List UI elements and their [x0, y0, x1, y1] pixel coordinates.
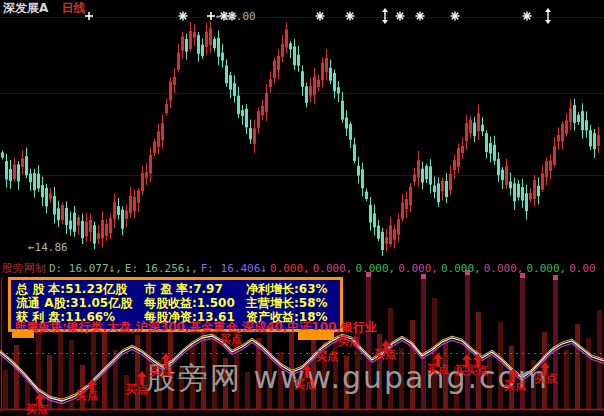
candle-body — [193, 32, 196, 38]
candle-body — [361, 169, 364, 188]
buy-point-label: 买点 — [427, 364, 449, 375]
candle-body — [477, 113, 480, 131]
candle-body — [213, 39, 216, 48]
candle-body — [417, 160, 420, 178]
candle-body — [9, 169, 12, 181]
star-marker — [523, 12, 532, 21]
candle-body — [145, 172, 148, 178]
candle-body — [205, 32, 208, 47]
volume-bar — [575, 324, 580, 410]
candle-body — [489, 143, 492, 153]
candle-body — [461, 146, 464, 153]
buy-point-label: 买点 — [504, 380, 526, 391]
candle-body — [61, 205, 64, 220]
stock-name: 深发展A — [3, 1, 48, 15]
candle-body — [445, 181, 448, 197]
low-price-label: ←14.86 — [28, 241, 68, 254]
candle-body — [69, 221, 72, 230]
candle-body — [533, 180, 536, 199]
buy-point-label: 买点 — [316, 351, 338, 362]
volume-bar — [586, 338, 591, 410]
candle-body — [189, 31, 192, 49]
candle-body — [5, 161, 8, 180]
candle-body — [65, 208, 68, 225]
candle-body — [545, 161, 548, 177]
candle-body — [125, 211, 128, 219]
candle-body — [77, 217, 80, 225]
candle-body — [449, 174, 452, 190]
indicator-value: 0.000, — [355, 262, 395, 275]
float-a-shares: 流通 A股:31.05亿股 — [16, 296, 144, 310]
indicator-value: 0.000, — [398, 262, 438, 275]
candlestick-chart-canvas[interactable] — [0, 0, 604, 416]
buy-point-label: 买点 — [76, 390, 98, 401]
candle-body — [529, 193, 532, 200]
candle-body — [121, 210, 124, 229]
candle-body — [409, 186, 412, 205]
candle-body — [341, 101, 344, 120]
candle-body — [45, 188, 48, 206]
candle-body — [553, 146, 556, 165]
candle-body — [561, 124, 564, 142]
candle-body — [149, 155, 152, 174]
updown-marker — [382, 8, 388, 24]
candle-body — [537, 186, 540, 196]
candle-body — [573, 105, 576, 123]
candle-body — [265, 93, 268, 112]
candle-body — [133, 197, 136, 212]
candle-body — [437, 183, 440, 202]
candle-body — [321, 63, 324, 81]
info-row: 总 股 本:51.23亿股 市 盈 率:7.97 净利增长:63% — [16, 282, 340, 296]
candle-body — [413, 174, 416, 181]
candle-body — [345, 118, 348, 129]
candle-body — [21, 158, 24, 167]
period-label[interactable]: 日线 — [61, 1, 85, 15]
stock-app-window: 深发展A 日线 ←19.00 ←14.86 股旁网制D: 16.077↓,E: … — [0, 0, 604, 416]
candle-body — [237, 96, 240, 114]
candle-body — [301, 71, 304, 87]
candle-body — [89, 220, 92, 232]
buy-point-label: 买买点 — [455, 365, 488, 376]
candle-body — [97, 233, 100, 238]
volume-bar — [36, 330, 41, 410]
indicator-value: E: 16.256↓, — [125, 262, 198, 275]
candle-body — [201, 45, 204, 56]
indicator-value: 股旁网制 — [2, 262, 46, 275]
candle-body — [593, 133, 596, 149]
candle-body — [181, 36, 184, 50]
candle-body — [505, 166, 508, 185]
pe-ratio: 市 盈 率:7.97 — [144, 282, 246, 296]
candle-body — [37, 174, 40, 189]
indicator-value: D: 16.077↓, — [49, 262, 122, 275]
candle-body — [141, 173, 144, 191]
candle-body — [177, 53, 180, 70]
candle-body — [29, 174, 32, 183]
candle-body — [353, 144, 356, 160]
candle-body — [305, 86, 308, 103]
candle-body — [349, 124, 352, 140]
candle-body — [597, 135, 600, 146]
candle-body — [389, 225, 392, 244]
candle-body — [317, 79, 320, 87]
chart-title: 深发展A 日线 — [3, 0, 85, 17]
candle-body — [333, 73, 336, 91]
candle-body — [41, 185, 44, 197]
indicator-value: 0.000, — [313, 262, 353, 275]
candle-body — [429, 166, 432, 184]
candle-body — [73, 213, 76, 232]
buy-point-label: 买点 — [26, 404, 48, 415]
candle-body — [293, 46, 296, 65]
indicator-value: 0.00 — [569, 262, 596, 275]
candle-body — [313, 76, 316, 95]
candle-body — [225, 66, 228, 83]
candle-body — [517, 184, 520, 198]
candle-body — [521, 187, 524, 201]
star-marker — [179, 12, 188, 21]
star-marker — [451, 12, 460, 21]
star-marker — [416, 12, 425, 21]
candle-body — [281, 44, 284, 57]
candle-body — [309, 86, 312, 96]
candle-body — [297, 55, 300, 66]
candle-body — [585, 120, 588, 130]
volume-bar — [47, 355, 52, 410]
